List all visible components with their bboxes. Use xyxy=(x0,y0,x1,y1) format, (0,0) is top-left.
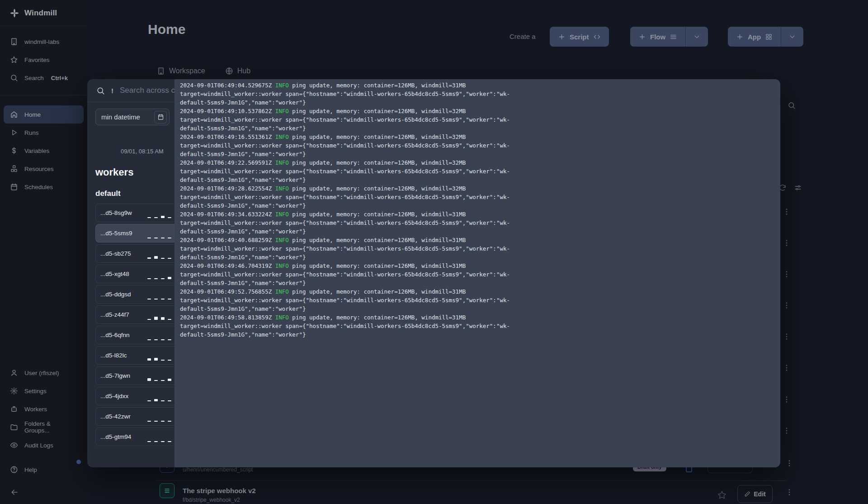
log-entry: 2024-09-01T06:49:34.633224Z INFO ping up… xyxy=(180,210,775,236)
log-timestamp: 2024-09-01T06:49:28.622554Z xyxy=(180,185,272,192)
log-timestamp: 2024-09-01T06:49:52.756855Z xyxy=(180,288,272,295)
log-timestamp: 2024-09-01T06:49:40.688259Z xyxy=(180,237,272,243)
log-entry: 2024-09-01T06:49:16.551361Z INFO ping up… xyxy=(180,133,775,158)
worker-id: ...d5-gtm94 xyxy=(100,433,147,440)
log-entry: 2024-09-01T06:49:40.688259Z INFO ping up… xyxy=(180,236,775,262)
logs-explorer-modal: ! min datetime Last 1000 logfiles xyxy=(87,79,780,467)
log-timestamp: 2024-09-01T06:49:46.704319Z xyxy=(180,262,272,269)
worker-id: ...d5-z44f7 xyxy=(100,311,147,318)
log-level: INFO xyxy=(275,211,289,218)
log-block-current[interactable]: 2024-09-01T06:49:04.529675Z INFO ping up… xyxy=(175,79,780,467)
log-level: INFO xyxy=(275,237,289,243)
worker-id: ...d5-42zwr xyxy=(100,413,147,420)
log-entry: 2024-09-01T06:49:10.537862Z INFO ping up… xyxy=(180,107,775,133)
search-prefix: ! xyxy=(111,87,113,95)
log-level: INFO xyxy=(275,133,289,140)
log-timestamp: 2024-09-01T06:49:58.813859Z xyxy=(180,314,272,321)
log-entry: 2024-09-01T06:49:22.569591Z INFO ping up… xyxy=(180,158,775,184)
worker-id: ...d5-ddgsd xyxy=(100,291,147,298)
log-entry: 2024-09-01T06:49:28.622554Z INFO ping up… xyxy=(180,184,775,210)
min-datetime-input[interactable]: min datetime xyxy=(95,109,170,125)
worker-id: ...d5-sb275 xyxy=(100,250,147,257)
search-icon xyxy=(96,86,105,95)
log-level: INFO xyxy=(275,262,289,269)
log-timestamp: 2024-09-01T06:49:04.529675Z xyxy=(180,82,272,89)
log-level: INFO xyxy=(275,185,289,192)
worker-id: ...d5-l82lc xyxy=(100,352,147,359)
log-level: INFO xyxy=(275,314,289,321)
worker-id: ...d5-xgt48 xyxy=(100,271,147,277)
worker-id: ...d5-7lgwn xyxy=(100,372,147,379)
min-datetime-label: min datetime xyxy=(101,113,140,121)
calendar-icon[interactable] xyxy=(154,111,167,124)
log-level: INFO xyxy=(275,82,289,89)
range-start: 09/01, 08:15 AM xyxy=(121,148,164,155)
log-entry: 2024-09-01T06:49:04.529675Z INFO ping up… xyxy=(180,81,775,107)
log-timestamp: 2024-09-01T06:49:10.537862Z xyxy=(180,108,272,114)
log-entry: 2024-09-01T06:49:52.756855Z INFO ping up… xyxy=(180,287,775,313)
log-entry: 2024-09-01T06:49:58.813859Z INFO ping up… xyxy=(180,313,775,339)
log-level: INFO xyxy=(275,108,289,114)
log-timestamp: 2024-09-01T06:49:34.633224Z xyxy=(180,211,272,218)
log-level: INFO xyxy=(275,288,289,295)
worker-id: ...d5-6qfnn xyxy=(100,332,147,338)
worker-id: ...d5-5sms9 xyxy=(100,230,147,237)
windmill-app: Windmill windmill-labsFavoritesSearchCtr… xyxy=(0,0,868,504)
log-timestamp: 2024-09-01T06:49:16.551361Z xyxy=(180,133,272,140)
worker-id: ...d5-4jdxx xyxy=(100,393,147,399)
log-timestamp: 2024-09-01T06:49:22.569591Z xyxy=(180,159,272,166)
log-panel: 1 min delay: logs are compacted before b… xyxy=(364,102,780,467)
log-entry: 2024-09-01T06:49:46.704319Z INFO ping up… xyxy=(180,262,775,287)
worker-id: ...d5-8sg9w xyxy=(100,209,147,216)
log-level: INFO xyxy=(275,159,289,166)
